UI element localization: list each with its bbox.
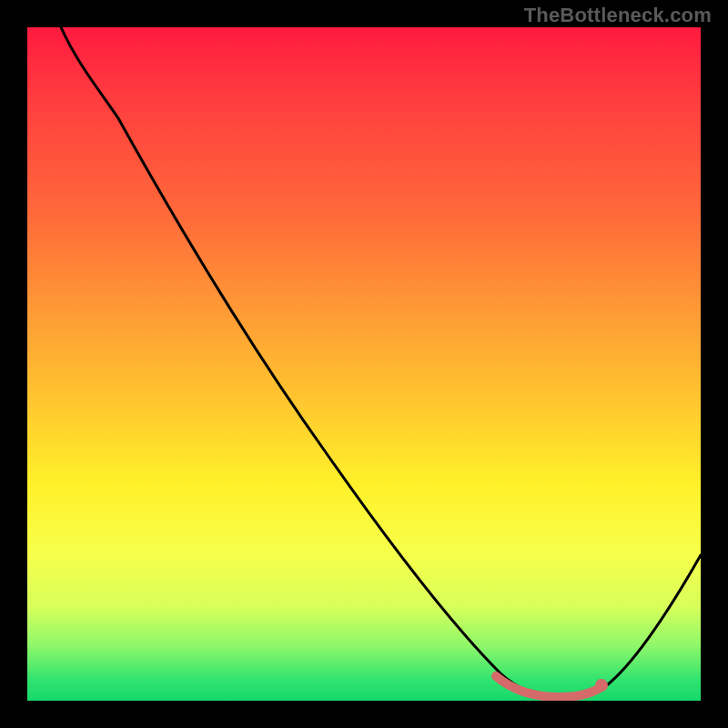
bottleneck-curve xyxy=(61,27,701,697)
optimal-range-curve xyxy=(496,676,600,697)
watermark-text: TheBottleneck.com xyxy=(524,4,712,27)
curve-svg xyxy=(27,27,701,701)
optimal-range-end-dot xyxy=(595,679,608,692)
plot-area xyxy=(27,27,701,701)
chart-frame: TheBottleneck.com xyxy=(0,0,728,728)
